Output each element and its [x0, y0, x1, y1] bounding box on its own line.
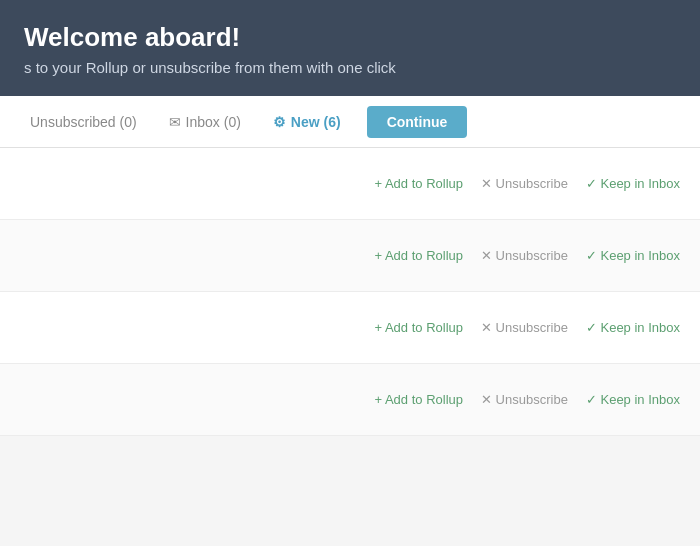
- continue-button[interactable]: Continue: [367, 106, 468, 138]
- header-title: Welcome aboard!: [24, 22, 676, 53]
- keep-in-inbox-button[interactable]: ✓ Keep in Inbox: [586, 320, 680, 335]
- email-row-left: [20, 254, 374, 258]
- keep-in-inbox-button[interactable]: ✓ Keep in Inbox: [586, 176, 680, 191]
- email-row-left: [20, 182, 374, 186]
- header-subtitle: s to your Rollup or unsubscribe from the…: [24, 59, 676, 76]
- tab-new[interactable]: ⚙ New (6): [259, 108, 355, 136]
- tab-inbox-label: Inbox (0): [186, 114, 241, 130]
- inbox-icon: ✉: [169, 114, 181, 130]
- add-to-rollup-button[interactable]: + Add to Rollup: [374, 320, 463, 335]
- gear-icon: ⚙: [273, 114, 286, 130]
- tab-bar: Unsubscribed (0) ✉ Inbox (0) ⚙ New (6) C…: [0, 96, 700, 148]
- email-list: + Add to Rollup ✕ Unsubscribe ✓ Keep in …: [0, 148, 700, 436]
- add-to-rollup-button[interactable]: + Add to Rollup: [374, 176, 463, 191]
- tab-new-label: New (6): [291, 114, 341, 130]
- add-to-rollup-button[interactable]: + Add to Rollup: [374, 248, 463, 263]
- unsubscribe-button[interactable]: ✕ Unsubscribe: [481, 176, 568, 191]
- keep-in-inbox-button[interactable]: ✓ Keep in Inbox: [586, 248, 680, 263]
- email-row: + Add to Rollup ✕ Unsubscribe ✓ Keep in …: [0, 292, 700, 364]
- tab-unsubscribed[interactable]: Unsubscribed (0): [16, 108, 151, 136]
- keep-in-inbox-button[interactable]: ✓ Keep in Inbox: [586, 392, 680, 407]
- header: Welcome aboard! s to your Rollup or unsu…: [0, 0, 700, 96]
- email-row-left: [20, 326, 374, 330]
- email-actions: + Add to Rollup ✕ Unsubscribe ✓ Keep in …: [374, 248, 680, 263]
- email-row: + Add to Rollup ✕ Unsubscribe ✓ Keep in …: [0, 148, 700, 220]
- email-actions: + Add to Rollup ✕ Unsubscribe ✓ Keep in …: [374, 320, 680, 335]
- email-row-left: [20, 398, 374, 402]
- email-actions: + Add to Rollup ✕ Unsubscribe ✓ Keep in …: [374, 176, 680, 191]
- email-row: + Add to Rollup ✕ Unsubscribe ✓ Keep in …: [0, 364, 700, 436]
- unsubscribe-button[interactable]: ✕ Unsubscribe: [481, 248, 568, 263]
- unsubscribe-button[interactable]: ✕ Unsubscribe: [481, 320, 568, 335]
- add-to-rollup-button[interactable]: + Add to Rollup: [374, 392, 463, 407]
- tab-inbox[interactable]: ✉ Inbox (0): [155, 108, 255, 136]
- tab-unsubscribed-label: Unsubscribed (0): [30, 114, 137, 130]
- email-row: + Add to Rollup ✕ Unsubscribe ✓ Keep in …: [0, 220, 700, 292]
- unsubscribe-button[interactable]: ✕ Unsubscribe: [481, 392, 568, 407]
- email-actions: + Add to Rollup ✕ Unsubscribe ✓ Keep in …: [374, 392, 680, 407]
